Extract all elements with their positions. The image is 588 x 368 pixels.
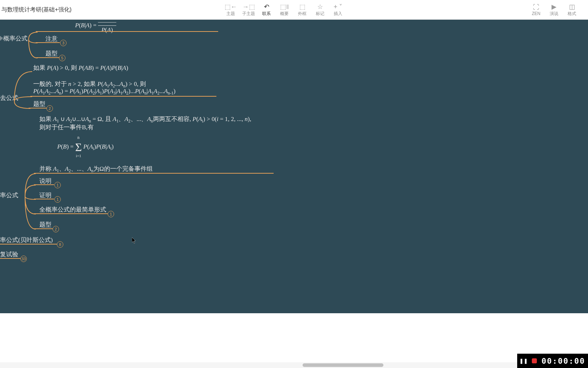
branch-curve xyxy=(25,30,46,59)
document-title: 与数理统计考研(基础+强化) xyxy=(0,6,72,14)
toolbar-button-主题[interactable]: ⬚←主题 xyxy=(222,1,240,19)
toolbar-button-外框[interactable]: ⬚外框 xyxy=(293,1,311,19)
toolbar-button-插入[interactable]: + ˅插入 xyxy=(329,1,347,19)
mouse-cursor xyxy=(132,237,136,244)
node-content-if-pa[interactable]: 如果 P(A) > 0, 则 P(AB) = P(A)P(B|A) xyxy=(33,64,128,72)
node-repeat-trial[interactable]: 复试验 xyxy=(0,250,18,258)
branch-line xyxy=(36,31,218,32)
ZEN-icon: ⛶ xyxy=(533,3,539,11)
node-simplest-form[interactable]: 全概率公式的最简单形式 xyxy=(39,205,106,214)
branch-line xyxy=(34,228,53,229)
branch-line xyxy=(0,244,57,244)
branch-line xyxy=(34,173,274,174)
badge-count[interactable]: 3 xyxy=(60,40,67,46)
badge-count[interactable]: 33 xyxy=(20,256,27,262)
node-root-rate-formula[interactable]: 率公式 xyxy=(0,191,18,199)
branch-line xyxy=(30,96,216,97)
branch-curve xyxy=(13,70,34,111)
badge-count[interactable]: 1 xyxy=(54,182,61,188)
标记-icon: ☆ xyxy=(317,3,323,11)
node-content-any-event[interactable]: 则对于任一事件B,有 xyxy=(39,123,94,131)
mindmap-canvas[interactable]: P(B|A) = ———P(A) ⊧概率公式 注意 3 题型 5 如果 P(A)… xyxy=(0,20,588,313)
toolbar-button-子主题[interactable]: →⬚子主题 xyxy=(240,1,258,19)
主题-icon: ⬚← xyxy=(225,3,237,11)
branch-line xyxy=(0,258,20,259)
badge-count[interactable]: 5 xyxy=(59,55,65,61)
branch-line xyxy=(29,108,46,108)
toolbar-button-联系[interactable]: ↶联系 xyxy=(258,1,275,19)
branch-curve xyxy=(20,172,39,231)
node-complete-group[interactable]: 并称 A1、A2、...、An为Ω的一个完备事件组 xyxy=(39,165,153,174)
toolbar-button-标记[interactable]: ☆标记 xyxy=(311,1,329,19)
node-bayes[interactable]: 率公式(贝叶斯公式) xyxy=(0,236,53,244)
scrollbar-horizontal[interactable] xyxy=(0,362,588,368)
badge-count[interactable]: 2 xyxy=(46,105,53,112)
record-button[interactable] xyxy=(531,357,538,364)
node-attention[interactable]: 注意 xyxy=(45,35,58,43)
演说-icon: ▶ xyxy=(552,3,557,11)
node-explain[interactable]: 说明 xyxy=(39,177,52,185)
格式-icon: ◫ xyxy=(569,3,575,11)
node-root-prob-formula[interactable]: ⊧概率公式 xyxy=(0,34,28,43)
badge-count[interactable]: 2 xyxy=(53,226,59,232)
branch-line xyxy=(34,213,108,214)
pause-button[interactable]: ❚❚ xyxy=(520,357,527,364)
branch-line xyxy=(36,42,60,43)
toolbar: ⬚←主题→⬚子主题↶联系⬚⫴概要⬚外框☆标记+ ˅插入 xyxy=(222,1,347,19)
node-prove[interactable]: 证明 xyxy=(39,191,52,199)
badge-count[interactable]: 1 xyxy=(54,196,61,203)
node-question-type[interactable]: 题型 xyxy=(45,49,58,58)
badge-count[interactable]: 8 xyxy=(57,241,63,248)
node-content-union[interactable]: 如果 A1 ∪ A2∪...∪An = Ω, 且 A1、A2、...、An两两互… xyxy=(39,115,251,124)
branch-line xyxy=(36,57,59,58)
toolbar-button-格式[interactable]: ◫格式 xyxy=(563,1,581,19)
node-question-type3[interactable]: 题型 xyxy=(39,221,52,229)
formula-total-prob[interactable]: P(B) = n Σ i=1 P(Ai)P(B|Ai) xyxy=(57,141,114,153)
branch-line xyxy=(34,184,54,185)
插入-icon: + ˅ xyxy=(334,3,343,11)
toolbar-button-ZEN[interactable]: ⛶ZEN xyxy=(527,1,545,19)
toolbar-button-概要[interactable]: ⬚⫴概要 xyxy=(275,1,293,19)
toolbar-right: ⛶ZEN▶演说◫格式 xyxy=(527,1,581,19)
branch-line xyxy=(34,199,54,199)
node-question-type2[interactable]: 题型 xyxy=(33,100,45,108)
title-bar: 与数理统计考研(基础+强化) ⬚←主题→⬚子主题↶联系⬚⫴概要⬚外框☆标记+ ˅… xyxy=(0,0,588,20)
scrollbar-thumb[interactable] xyxy=(303,363,383,367)
子主题-icon: →⬚ xyxy=(242,3,255,11)
screen-recorder-bar: ❚❚ 00:00:00 xyxy=(517,354,588,368)
badge-count[interactable]: 1 xyxy=(108,211,114,217)
联系-icon: ↶ xyxy=(264,3,269,11)
node-content-chain[interactable]: P(A1A2...An) = P(A1)P(A2|A1)P(A3|A1A2)..… xyxy=(33,88,176,96)
recorder-time: 00:00:00 xyxy=(542,357,585,365)
外框-icon: ⬚ xyxy=(299,3,305,11)
概要-icon: ⬚⫴ xyxy=(280,3,289,11)
toolbar-button-演说[interactable]: ▶演说 xyxy=(545,1,563,19)
node-root-formula2[interactable]: 去公式 xyxy=(0,94,18,102)
